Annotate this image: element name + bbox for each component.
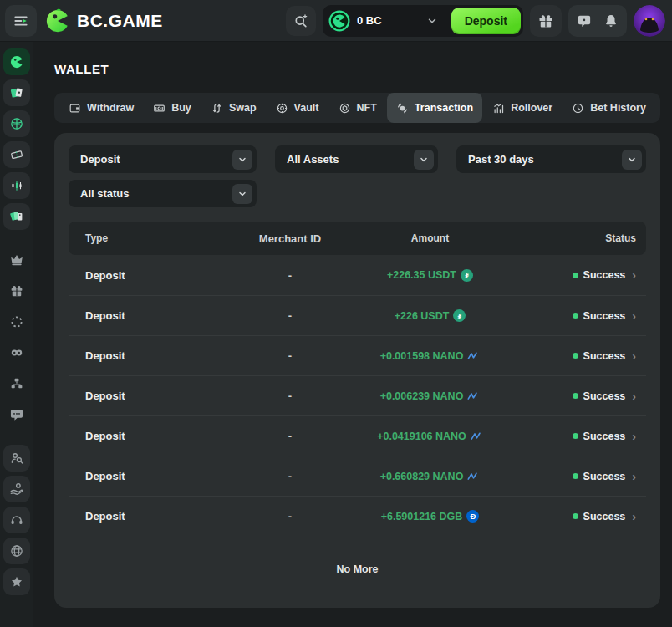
page-title: WALLET (54, 62, 660, 76)
tab-label: Rollover (511, 102, 552, 114)
table-row[interactable]: Deposit - +226 USDT₮ Success› (69, 295, 646, 335)
swap-arrows-icon (211, 102, 223, 115)
tab-nft[interactable]: NFT (329, 93, 386, 123)
gift-icon (537, 13, 554, 29)
search-button[interactable] (286, 6, 316, 36)
row-amount: +0.660829 NANO (380, 471, 464, 482)
table-row[interactable]: Deposit - +226.35 USDT₮ Success› (69, 255, 646, 295)
row-type: Deposit (69, 470, 219, 482)
nano-icon (467, 349, 480, 362)
chat-icon[interactable] (577, 13, 592, 28)
chevron-right-icon: › (632, 310, 636, 322)
tab-bet-history[interactable]: Bet History (563, 93, 655, 123)
success-dot (573, 393, 578, 399)
tab-rollover[interactable]: Rollover (483, 93, 562, 123)
sidebar-item-support[interactable] (3, 507, 30, 533)
row-amount: +226 USDT (395, 310, 450, 322)
nft-coin-icon (339, 102, 351, 115)
filter-asset-select[interactable]: All Assets (275, 145, 438, 173)
row-type: Deposit (69, 269, 219, 282)
game-tags-icon (9, 209, 24, 224)
status-badge: Success (583, 310, 626, 322)
row-type: Deposit (69, 510, 219, 522)
sidebar-item-affiliate[interactable] (3, 370, 30, 397)
avatar[interactable] (634, 5, 665, 37)
row-merchant-id: - (219, 269, 361, 282)
chevron-right-icon: › (632, 269, 636, 281)
bc-logo-icon (9, 54, 24, 69)
sidebar-item-spin[interactable] (3, 308, 30, 335)
success-dot (573, 513, 578, 519)
chevron-down-icon (232, 150, 252, 170)
table-row[interactable]: Deposit - +6.5901216 DGBĐ Success› (69, 496, 646, 536)
sidebar-item-sponsorship[interactable] (3, 476, 30, 502)
sidebar-item-community[interactable] (3, 339, 30, 366)
table-header: Type Merchant ID Amount Status (69, 222, 646, 255)
sidebar-item-sports[interactable] (3, 110, 30, 137)
column-status: Status (499, 232, 646, 244)
filter-type-select[interactable]: Deposit (69, 145, 257, 173)
tab-vault[interactable]: Vault (267, 93, 328, 123)
nano-icon (467, 470, 480, 482)
bc-coin-icon (328, 10, 350, 32)
row-amount: +0.0419106 NANO (377, 431, 466, 442)
tab-buy[interactable]: Buy (144, 93, 201, 123)
table-row[interactable]: Deposit - +0.660829 NANO Success› (69, 456, 646, 496)
table-row[interactable]: Deposit - +0.0419106 NANO Success› (69, 415, 646, 456)
status-badge: Success (583, 269, 626, 281)
tab-withdraw[interactable]: Withdraw (59, 93, 143, 123)
status-badge: Success (583, 511, 626, 522)
row-merchant-id: - (219, 510, 361, 522)
notifications-group (568, 5, 627, 37)
filter-period-select[interactable]: Past 30 days (456, 145, 646, 173)
star-icon (9, 574, 24, 589)
tab-label: Vault (294, 102, 319, 114)
bc-game-logo[interactable]: BC.GAME (45, 8, 163, 33)
row-type: Deposit (69, 430, 219, 442)
sidebar-item-bonus[interactable] (3, 278, 30, 304)
table-row[interactable]: Deposit - +0.001598 NANO Success› (69, 335, 646, 375)
bell-icon[interactable] (603, 13, 619, 28)
menu-button[interactable] (5, 5, 37, 37)
row-merchant-id: - (219, 390, 361, 402)
sidebar-item-favorites[interactable] (3, 568, 30, 595)
transaction-panel: Deposit All Assets Past 30 days (54, 133, 660, 608)
chevron-right-icon: › (632, 431, 636, 442)
sidebar-item-casino[interactable] (3, 79, 30, 106)
tab-label: Bet History (590, 102, 646, 114)
sidebar-item-vip[interactable] (3, 247, 30, 273)
sidebar-item-bc-home[interactable] (3, 48, 30, 75)
spin-circle-icon (9, 314, 24, 329)
support-headset-icon (9, 512, 24, 528)
tab-transaction[interactable]: Transaction (387, 93, 482, 123)
balance-selector[interactable]: 0 BC Deposit (323, 5, 523, 37)
language-globe-icon (9, 543, 24, 558)
chevron-right-icon: › (632, 511, 636, 522)
logo-text: BC.GAME (77, 11, 163, 31)
tab-swap[interactable]: Swap (201, 93, 266, 123)
sidebar-item-language[interactable] (3, 538, 30, 564)
row-merchant-id: - (219, 470, 361, 482)
success-dot (573, 433, 578, 439)
filter-status-select[interactable]: All status (69, 180, 257, 207)
wallet-tabs: Withdraw Buy Swap Vault (54, 93, 660, 123)
chevron-down-icon (426, 15, 438, 27)
withdraw-wallet-icon (69, 102, 81, 115)
sidebar (0, 42, 33, 627)
table-row[interactable]: Deposit - +0.006239 NANO Success› (69, 375, 646, 415)
deposit-button[interactable]: Deposit (451, 8, 521, 34)
chevron-down-icon (622, 150, 642, 170)
gift-button[interactable] (530, 5, 562, 37)
row-type: Deposit (69, 390, 219, 402)
column-amount: Amount (361, 232, 499, 244)
row-type: Deposit (69, 349, 219, 362)
sidebar-item-trading[interactable] (3, 172, 30, 199)
sidebar-item-promotions[interactable] (3, 203, 30, 230)
sidebar-item-forum[interactable] (3, 401, 30, 428)
forum-chat-icon (9, 407, 24, 422)
sidebar-item-lottery[interactable] (3, 141, 30, 168)
sidebar-item-fairness[interactable] (3, 445, 30, 472)
success-dot (573, 273, 578, 278)
filter-period-value: Past 30 days (468, 153, 534, 166)
chevron-down-icon (232, 184, 252, 204)
